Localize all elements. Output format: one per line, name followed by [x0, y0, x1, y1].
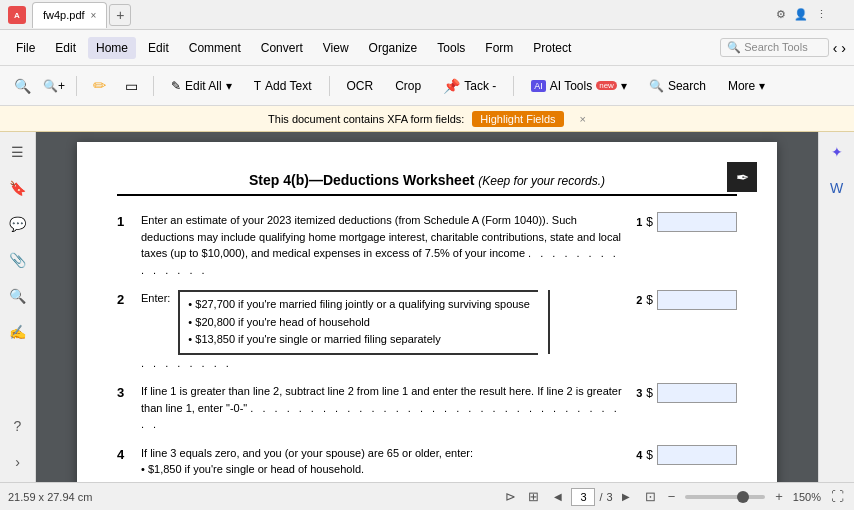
zoom-out-button[interactable]: 🔍 — [8, 72, 36, 100]
ai-tools-button[interactable]: AI AI Tools new ▾ — [522, 72, 636, 100]
active-tab[interactable]: fw4p.pdf × — [32, 2, 107, 28]
right-sidebar-ai-icon[interactable]: ✦ — [825, 140, 849, 164]
notification-text: This document contains XFA form fields: — [268, 113, 464, 125]
add-text-button[interactable]: T Add Text — [245, 72, 321, 100]
highlight-tool-button[interactable]: ✏ — [85, 72, 113, 100]
zoom-in-button[interactable]: 🔍+ — [40, 72, 68, 100]
prev-page-button[interactable]: ◀ — [549, 488, 567, 506]
table-row: 3 If line 1 is greater than line 2, subt… — [117, 383, 737, 433]
zoom-level-label: 150% — [793, 491, 821, 503]
more-dropdown-icon: ▾ — [759, 79, 765, 93]
next-page-button[interactable]: ▶ — [617, 488, 635, 506]
title-bar: A fw4p.pdf × + ⚙ 👤 ⋮ — [0, 0, 854, 30]
row-number-1: 1 — [117, 212, 133, 229]
crop-button[interactable]: Crop — [386, 72, 430, 100]
menu-protect[interactable]: Protect — [525, 37, 579, 59]
page-input[interactable] — [571, 488, 595, 506]
tab-bar: fw4p.pdf × + — [32, 2, 131, 28]
sidebar-help-icon[interactable]: ? — [6, 414, 30, 438]
table-row: 1 Enter an estimate of your 2023 itemize… — [117, 212, 737, 278]
sidebar-search-icon[interactable]: 🔍 — [6, 284, 30, 308]
search-toolbar-input[interactable]: 🔍 Search Tools — [720, 38, 828, 57]
pdf-title-main: Step 4(b)—Deductions Worksheet — [249, 172, 474, 188]
zoom-slider[interactable] — [685, 495, 765, 499]
row-content-2: Enter: • $27,700 if you're married filin… — [141, 290, 628, 371]
ai-new-badge: new — [596, 81, 617, 90]
edit-all-label: Edit All — [185, 79, 222, 93]
menu-edit[interactable]: Edit — [140, 37, 177, 59]
zoom-thumb — [737, 491, 749, 503]
sidebar-bookmark-icon[interactable]: 🔖 — [6, 176, 30, 200]
fullscreen-button[interactable]: ⛶ — [829, 489, 846, 504]
tab-close-button[interactable]: × — [91, 10, 97, 21]
menu-tools[interactable]: Tools — [429, 37, 473, 59]
edit-all-button[interactable]: ✎ Edit All ▾ — [162, 72, 241, 100]
separator-2 — [153, 76, 154, 96]
sidebar-comment-icon[interactable]: 💬 — [6, 212, 30, 236]
input-1[interactable] — [657, 212, 737, 232]
tack-button[interactable]: 📌 Tack - — [434, 72, 505, 100]
main-layout: ☰ 🔖 💬 📎 🔍 ✍ ? › Step 4(b)—Deductions Wor… — [0, 132, 854, 482]
menu-edit-left[interactable]: Edit — [47, 37, 84, 59]
zoom-out-status-button[interactable]: − — [666, 489, 678, 504]
sidebar-thumbnail-icon[interactable]: ☰ — [6, 140, 30, 164]
menu-convert[interactable]: Convert — [253, 37, 311, 59]
sidebar-attachment-icon[interactable]: 📎 — [6, 248, 30, 272]
page-navigation: ◀ / 3 ▶ — [549, 488, 634, 506]
toolbar: 🔍 🔍+ ✏ ▭ ✎ Edit All ▾ T Add Text OCR Cro… — [0, 66, 854, 106]
settings-icon[interactable]: ⚙ — [774, 8, 788, 22]
ai-badge: AI — [531, 80, 546, 92]
status-right: ⊳ ⊞ ◀ / 3 ▶ ⊡ − + 150% ⛶ — [503, 488, 846, 506]
zoom-in-status-button[interactable]: + — [773, 489, 785, 504]
nav-back-icon[interactable]: ‹ — [833, 40, 838, 56]
menu-file[interactable]: File — [8, 37, 43, 59]
pdf-stamp: ✒ — [727, 162, 757, 192]
fit-page-button[interactable]: ⊡ — [643, 489, 658, 504]
dimensions-label: 21.59 x 27.94 cm — [8, 491, 92, 503]
add-text-label: Add Text — [265, 79, 311, 93]
separator-1 — [76, 76, 77, 96]
search-button[interactable]: 🔍 Search — [640, 72, 715, 100]
input-4[interactable] — [657, 445, 737, 465]
sidebar-expand-icon[interactable]: › — [6, 450, 30, 474]
tack-label: Tack - — [464, 79, 496, 93]
page-total: 3 — [607, 491, 613, 503]
row-number-2: 2 — [117, 290, 133, 307]
more-icon[interactable]: ⋮ — [814, 8, 828, 22]
first-page-button[interactable]: ⊳ — [503, 489, 518, 504]
more-label: More — [728, 79, 755, 93]
notification-close-button[interactable]: × — [580, 113, 586, 125]
left-sidebar: ☰ 🔖 💬 📎 🔍 ✍ ? › — [0, 132, 36, 482]
row-content-3: If line 1 is greater than line 2, subtra… — [141, 383, 628, 433]
row-number-4: 4 — [117, 445, 133, 462]
input-3[interactable] — [657, 383, 737, 403]
ocr-button[interactable]: OCR — [338, 72, 383, 100]
input-2[interactable] — [657, 290, 737, 310]
pdf-area[interactable]: Step 4(b)—Deductions Worksheet (Keep for… — [36, 132, 818, 482]
menu-comment[interactable]: Comment — [181, 37, 249, 59]
menu-view[interactable]: View — [315, 37, 357, 59]
dollar-sign-3: $ — [646, 386, 653, 400]
more-button[interactable]: More ▾ — [719, 72, 774, 100]
table-row: 2 Enter: • $27,700 if you're married fil… — [117, 290, 737, 371]
page-total-label: / — [599, 491, 602, 503]
edit-dropdown-icon: ▾ — [226, 79, 232, 93]
bracket-item-1: • $27,700 if you're married filing joint… — [188, 296, 530, 314]
title-bar-left: A fw4p.pdf × + — [8, 2, 774, 28]
menu-home[interactable]: Home — [88, 37, 136, 59]
rectangle-tool-button[interactable]: ▭ — [117, 72, 145, 100]
table-row: 4 If line 3 equals zero, and you (or you… — [117, 445, 737, 482]
highlight-fields-button[interactable]: Highlight Fields — [472, 111, 563, 127]
pdf-page: Step 4(b)—Deductions Worksheet (Keep for… — [77, 142, 777, 482]
row-label-3: 3 — [636, 387, 642, 399]
nav-forward-icon[interactable]: › — [841, 40, 846, 56]
user-icon[interactable]: 👤 — [794, 8, 808, 22]
bracket-item-3: • $13,850 if you're single or married fi… — [188, 331, 530, 349]
menu-form[interactable]: Form — [477, 37, 521, 59]
right-sidebar-word-icon[interactable]: W — [825, 176, 849, 200]
dollar-sign-4: $ — [646, 448, 653, 462]
sidebar-signature-icon[interactable]: ✍ — [6, 320, 30, 344]
new-tab-button[interactable]: + — [109, 4, 131, 26]
print-button[interactable]: ⊞ — [526, 489, 541, 504]
menu-organize[interactable]: Organize — [361, 37, 426, 59]
